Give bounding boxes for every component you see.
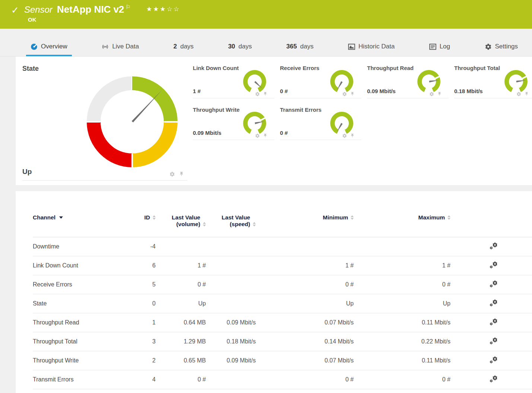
state-gauge xyxy=(87,76,178,167)
gear-icon[interactable] xyxy=(169,171,175,177)
column-header-channel[interactable]: Channel xyxy=(33,214,122,221)
channel-settings-icon[interactable] xyxy=(490,375,498,383)
tab-2-days[interactable]: 2days xyxy=(169,43,198,56)
cell-minimum: 0.14 Mbit/s xyxy=(256,338,354,345)
gauge-max-marker xyxy=(522,76,527,79)
tab-bar: OverviewLive Data2days30days365daysHisto… xyxy=(0,29,532,57)
gear-icon[interactable] xyxy=(516,92,521,96)
gauge-title: Transmit Errors xyxy=(280,107,322,113)
cell-channel: Throughput Write xyxy=(33,357,122,364)
column-header-minimum[interactable]: Minimum xyxy=(256,214,354,221)
tab-30-days[interactable]: 30days xyxy=(224,43,257,56)
tab-overview[interactable]: Overview xyxy=(26,43,72,56)
gauge-needle xyxy=(336,81,343,91)
gauge-title: Receive Errors xyxy=(280,65,319,71)
tab-log[interactable]: Log xyxy=(425,43,455,56)
table-row[interactable]: Throughput Read 1 0.64 MB 0.09 Mbit/s 0.… xyxy=(33,313,532,332)
channel-settings-icon[interactable] xyxy=(490,242,498,250)
cell-maximum: 0 # xyxy=(354,281,450,288)
pin-icon[interactable] xyxy=(350,92,355,96)
gear-icon[interactable] xyxy=(342,133,347,138)
channel-settings-icon[interactable] xyxy=(490,299,498,307)
log-icon xyxy=(429,43,436,50)
tab-historic-data[interactable]: Historic Data xyxy=(344,43,399,56)
cell-last-value-volume: 0.64 MB xyxy=(156,319,206,326)
gauge xyxy=(243,112,266,135)
rating-stars[interactable]: ★★★☆☆ xyxy=(146,5,180,13)
tab-live-data[interactable]: Live Data xyxy=(97,43,143,56)
table-row[interactable]: Link Down Count 6 1 # 1 # 1 # xyxy=(33,256,532,275)
table-row[interactable]: Throughput Total 3 1.29 MB 0.18 Mbit/s 0… xyxy=(33,332,532,351)
column-header-id[interactable]: ID xyxy=(122,214,156,221)
channel-settings-icon[interactable] xyxy=(490,261,498,269)
cell-id: 5 xyxy=(122,281,156,288)
sort-icon xyxy=(351,215,354,220)
table-row[interactable]: Downtime -4 xyxy=(33,237,532,256)
table-row[interactable]: Transmit Errors 4 0 # 0 # 0 # xyxy=(33,370,532,389)
table-header-row: Channel ID Last Value (volume) Last Valu… xyxy=(33,214,532,237)
gauge xyxy=(330,70,353,93)
column-header-maximum[interactable]: Maximum xyxy=(354,214,450,221)
cell-last-value-speed: 0.18 Mbit/s xyxy=(206,338,256,345)
gauge-needle xyxy=(131,89,162,123)
sensor-status-badge: OK xyxy=(28,16,36,23)
cell-id: 1 xyxy=(122,319,156,326)
divider xyxy=(22,180,187,181)
cell-channel: Link Down Count xyxy=(33,262,122,269)
gear-icon[interactable] xyxy=(255,133,260,138)
tab-settings[interactable]: Settings xyxy=(480,43,522,56)
gauge xyxy=(417,70,440,93)
sensor-header: ✓ Sensor NetApp NIC v2 ⚐ ★★★☆☆ OK xyxy=(0,0,532,29)
table-row[interactable]: Throughput Write 2 0.65 MB 0.09 Mbit/s 0… xyxy=(33,351,532,370)
gauge-value: 1 # xyxy=(193,88,201,94)
cell-id: 6 xyxy=(122,262,156,269)
cell-maximum: 1 # xyxy=(354,262,450,269)
channel-settings-icon[interactable] xyxy=(490,356,498,364)
cell-maximum: 0.22 Mbit/s xyxy=(354,338,450,345)
gauge-max-marker xyxy=(434,76,440,79)
gear-icon[interactable] xyxy=(429,92,434,96)
channel-settings-icon[interactable] xyxy=(490,280,498,288)
cell-id: 4 xyxy=(122,376,156,383)
cell-minimum: 0 # xyxy=(256,376,354,383)
pin-icon[interactable] xyxy=(263,92,268,96)
pin-icon[interactable] xyxy=(179,171,184,177)
tab-365-days[interactable]: 365days xyxy=(282,43,318,56)
sensor-kind-label: Sensor xyxy=(24,4,52,15)
gauge xyxy=(243,70,266,93)
status-check-icon: ✓ xyxy=(11,5,19,16)
gauge-panel: Throughput Write 0.09 Mbit/s xyxy=(193,98,274,140)
gauge-panel: Link Down Count 1 # xyxy=(193,57,274,98)
page-title: NetApp NIC v2 xyxy=(57,4,124,15)
cell-id: 0 xyxy=(122,300,156,307)
cell-id: 2 xyxy=(122,357,156,364)
gauge-needle xyxy=(254,81,262,89)
gauge-panel: Throughput Total 0.18 Mbit/s xyxy=(454,57,532,98)
gauge-title: Link Down Count xyxy=(193,65,239,71)
chart-icon xyxy=(348,43,355,50)
gauge-value: 0.18 Mbit/s xyxy=(454,88,483,94)
pin-icon[interactable] xyxy=(437,92,442,96)
gauge-value: 0 # xyxy=(280,130,288,136)
gear-icon[interactable] xyxy=(255,92,260,96)
flag-icon[interactable]: ⚐ xyxy=(126,4,131,10)
cell-channel: Throughput Total xyxy=(33,338,122,345)
pin-icon[interactable] xyxy=(350,133,355,138)
table-row[interactable]: State 0 Up Up Up xyxy=(33,294,532,313)
column-header-last-value-volume[interactable]: Last Value (volume) xyxy=(156,214,206,228)
gauge-value: Up xyxy=(22,168,32,176)
gauge-title: Throughput Write xyxy=(193,107,240,113)
column-header-last-value-speed[interactable]: Last Value (speed) xyxy=(206,214,256,228)
broadcast-icon xyxy=(102,43,109,50)
table-row[interactable]: Receive Errors 5 0 # 0 # 0 # xyxy=(33,275,532,294)
pin-icon[interactable] xyxy=(524,92,529,96)
channel-settings-icon[interactable] xyxy=(490,337,498,345)
gauge-title: State xyxy=(22,65,39,73)
gauge-title: Throughput Total xyxy=(454,65,500,71)
gauge-icon xyxy=(31,43,38,50)
pin-icon[interactable] xyxy=(263,133,268,138)
channel-settings-icon[interactable] xyxy=(490,318,498,326)
gauge xyxy=(504,70,528,93)
gauge-value: 0.09 Mbit/s xyxy=(193,130,222,136)
gear-icon[interactable] xyxy=(342,92,347,96)
